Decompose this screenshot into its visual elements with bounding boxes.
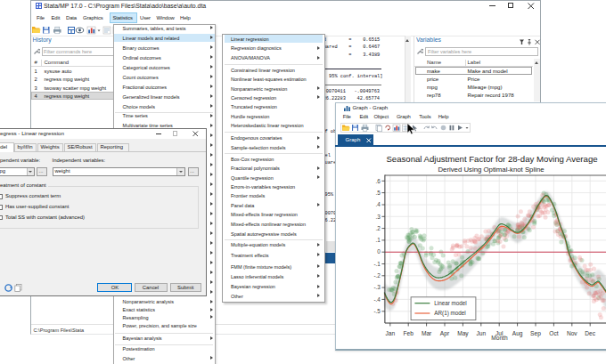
svg-text:-.3: -.3 [373,284,381,290]
svg-text:.3: .3 [375,214,381,220]
svg-text:Linear model: Linear model [434,300,466,306]
svg-text:Feb: Feb [403,330,414,336]
svg-text:.1: .1 [375,237,381,243]
svg-text:Mar: Mar [422,330,432,336]
svg-text:.6: .6 [375,178,381,184]
svg-text:0: 0 [377,248,381,255]
svg-text:Oct: Oct [549,330,558,336]
svg-text:Jan: Jan [385,330,395,336]
svg-text:.2: .2 [375,225,381,231]
svg-text:Aug: Aug [512,330,522,337]
svg-text:-.2: -.2 [373,272,381,279]
svg-text:-.5: -.5 [373,308,381,314]
svg-text:AR(1) model: AR(1) model [434,310,465,317]
svg-text:Apr: Apr [439,330,449,337]
svg-text:.5: .5 [375,190,381,196]
svg-text:Sep: Sep [530,330,541,337]
svg-text:-.4: -.4 [373,296,381,303]
svg-text:May: May [457,330,469,337]
svg-text:-.1: -.1 [373,261,381,267]
svg-text:Jun: Jun [476,330,486,336]
svg-text:Dec: Dec [585,330,595,336]
svg-text:Nov: Nov [567,330,577,336]
svg-text:Month: Month [491,335,508,341]
svg-text:.4: .4 [375,201,381,207]
